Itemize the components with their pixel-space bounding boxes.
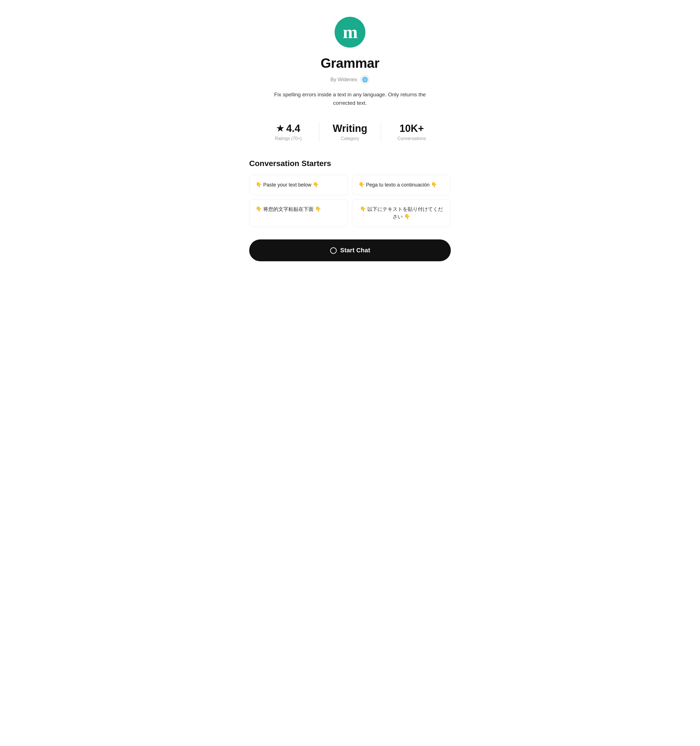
rating-label: Ratings (70+) [275,136,302,141]
category-value: Writing [333,123,367,134]
author-label: By Widenex [330,77,357,83]
stats-row: ★ 4.4 Ratings (70+) Writing Category 10K… [258,120,442,144]
globe-icon: 🌐 [362,77,368,83]
starter-card-3[interactable]: 👇 将您的文字粘贴在下面 👇 [249,199,348,227]
page-container: m Grammar By Widenex 🌐 Fix spelling erro… [238,0,462,278]
starter-text-4: 👇 以下にテキストを貼り付けてください 👇 [358,206,445,221]
conversations-label: Conversations [397,136,426,141]
author-row: By Widenex 🌐 [330,75,370,84]
category-label: Category [341,136,359,141]
starters-grid: 👇 Paste your text below 👇 👇 Pega tu text… [249,175,451,227]
start-chat-button[interactable]: ◯ Start Chat [249,239,451,261]
starter-text-3: 👇 将您的文字粘贴在下面 👇 [255,206,321,213]
conversations-value: 10K+ [400,123,424,134]
stat-category: Writing Category [319,120,380,144]
chat-icon: ◯ [330,247,337,254]
globe-button[interactable]: 🌐 [360,75,370,84]
logo-letter: m [343,23,357,41]
start-chat-label: Start Chat [340,247,370,254]
rating-value: ★ 4.4 [276,123,300,134]
app-description: Fix spelling errors inside a text in any… [272,90,428,108]
stat-rating: ★ 4.4 Ratings (70+) [258,120,319,144]
section-title: Conversation Starters [249,159,451,168]
starter-card-2[interactable]: 👇 Pega tu texto a continuación 👇 [352,175,451,195]
starter-text-1: 👇 Paste your text below 👇 [255,181,319,189]
app-logo: m [335,17,365,48]
starter-card-1[interactable]: 👇 Paste your text below 👇 [249,175,348,195]
stat-conversations: 10K+ Conversations [381,120,442,144]
star-icon: ★ [276,123,284,133]
starter-card-4[interactable]: 👇 以下にテキストを貼り付けてください 👇 [352,199,451,227]
starter-text-2: 👇 Pega tu texto a continuación 👇 [358,181,437,189]
app-title: Grammar [321,56,379,71]
